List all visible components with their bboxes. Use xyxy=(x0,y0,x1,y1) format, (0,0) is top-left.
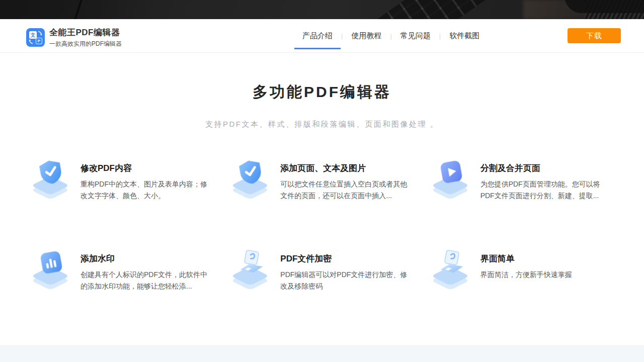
shield-check-icon xyxy=(29,158,72,203)
watermark-bars-icon xyxy=(29,249,72,293)
banner-corner-shape xyxy=(565,0,644,13)
feature-title: 分割及合并页面 xyxy=(480,162,610,174)
nav-item-3[interactable]: 常见问题 xyxy=(400,19,431,52)
shield-check-icon xyxy=(229,158,272,203)
feature-desc: 创建具有个人标识的PDF文件，此软件中的添加水印功能，能够让您轻松添... xyxy=(80,269,210,292)
feature-title: 修改PDF内容 xyxy=(80,162,210,174)
feature-card: PDF文件加密PDF编辑器可以对PDF文件进行加密、修改及移除密码 xyxy=(229,249,415,293)
feature-title: 界面简单 xyxy=(480,253,572,264)
translate-logo-icon: 文 P xyxy=(26,28,45,47)
feature-title: PDF文件加密 xyxy=(280,253,410,264)
page-subtitle: 支持PDF文本、样式、排版和段落编辑、页面和图像处理 。 xyxy=(0,120,644,129)
brand[interactable]: 文 P 全能王PDF编辑器 一款高效实用的PDF编辑器 xyxy=(26,27,122,48)
nav-separator: | xyxy=(390,32,391,40)
feature-card: 修改PDF内容重构PDF中的文本、图片及表单内容；修改文字字体、颜色、大小。 xyxy=(29,158,215,203)
nav-item-4[interactable]: 软件截图 xyxy=(449,19,479,52)
logo-arrows-icon xyxy=(26,28,45,47)
feature-card: 添加页面、文本及图片可以把文件任意位置插入空白页或者其他文件的页面，还可以在页面… xyxy=(229,158,415,203)
app-title: 全能王PDF编辑器 xyxy=(49,27,122,38)
laptop-icon xyxy=(429,249,472,293)
feature-title: 添加页面、文本及图片 xyxy=(280,162,410,174)
page-title: 多功能PDF编辑器 xyxy=(0,82,644,103)
feature-text: 修改PDF内容重构PDF中的文本、图片及表单内容；修改文字字体、颜色、大小。 xyxy=(80,158,210,202)
feature-title: 添加水印 xyxy=(80,253,210,264)
feature-desc: 重构PDF中的文本、图片及表单内容；修改文字字体、颜色、大小。 xyxy=(80,178,210,202)
nav-separator: | xyxy=(439,32,441,40)
feature-text: 添加页面、文本及图片可以把文件任意位置插入空白页或者其他文件的页面，还可以在页面… xyxy=(280,158,410,202)
feature-desc: PDF编辑器可以对PDF文件进行加密、修改及移除密码 xyxy=(280,269,410,292)
feature-text: 添加水印创建具有个人标识的PDF文件，此软件中的添加水印功能，能够让您轻松添..… xyxy=(80,249,210,292)
feature-card: 界面简单界面简洁，方便新手快速掌握 xyxy=(429,249,615,293)
hero-section: 多功能PDF编辑器 支持PDF文本、样式、排版和段落编辑、页面和图像处理 。 xyxy=(0,53,644,129)
feature-card: 添加水印创建具有个人标识的PDF文件，此软件中的添加水印功能，能够让您轻松添..… xyxy=(29,249,215,293)
app-subtitle: 一款高效实用的PDF编辑器 xyxy=(49,40,122,48)
nav-item-1[interactable]: 产品介绍 xyxy=(302,19,333,52)
top-banner-photo xyxy=(0,0,644,19)
download-button[interactable]: 下载 xyxy=(568,28,621,43)
banner-keyboard-shape xyxy=(364,0,498,19)
feature-text: PDF文件加密PDF编辑器可以对PDF文件进行加密、修改及移除密码 xyxy=(280,249,410,292)
brand-text: 全能王PDF编辑器 一款高效实用的PDF编辑器 xyxy=(49,27,122,48)
feature-desc: 为您提供PDF页面管理功能。您可以将PDF文件页面进行分割、新建、提取... xyxy=(480,178,610,202)
site-header: 文 P 全能王PDF编辑器 一款高效实用的PDF编辑器 产品介绍|使用教程|常见… xyxy=(0,19,644,53)
feature-grid: 修改PDF内容重构PDF中的文本、图片及表单内容；修改文字字体、颜色、大小。 添… xyxy=(29,158,615,293)
main-nav: 产品介绍|使用教程|常见问题|软件截图 xyxy=(302,19,479,52)
feature-desc: 可以把文件任意位置插入空白页或者其他文件的页面，还可以在页面中插入... xyxy=(280,178,410,202)
feature-text: 分割及合并页面为您提供PDF页面管理功能。您可以将PDF文件页面进行分割、新建、… xyxy=(480,158,610,202)
feature-card: 分割及合并页面为您提供PDF页面管理功能。您可以将PDF文件页面进行分割、新建、… xyxy=(429,158,615,203)
feature-text: 界面简单界面简洁，方便新手快速掌握 xyxy=(480,249,572,281)
feature-desc: 界面简洁，方便新手快速掌握 xyxy=(480,269,572,281)
laptop-icon xyxy=(229,249,272,293)
nav-separator: | xyxy=(341,32,343,40)
nav-item-2[interactable]: 使用教程 xyxy=(351,19,381,52)
play-square-icon xyxy=(429,158,472,203)
footer xyxy=(0,345,644,362)
